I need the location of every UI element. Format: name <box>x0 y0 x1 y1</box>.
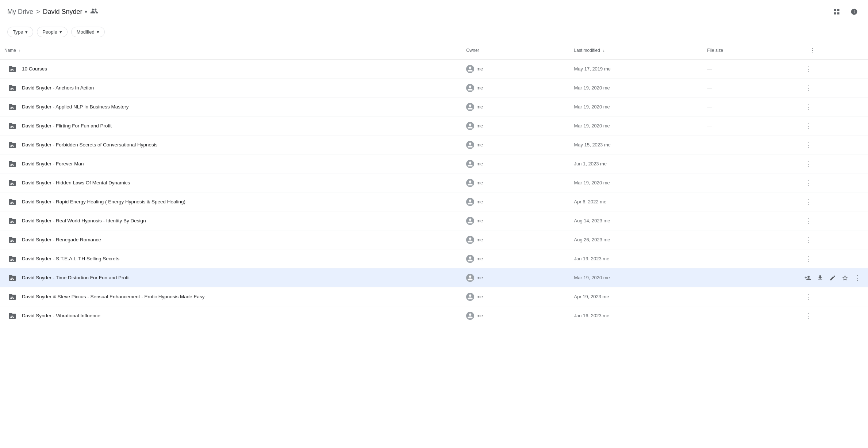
breadcrumb-separator: > <box>36 8 40 16</box>
actions-cell: ⋮ <box>802 135 868 154</box>
info-button[interactable] <box>848 5 861 18</box>
type-filter-button[interactable]: Type ▾ <box>7 27 33 37</box>
file-name-cell: David Snyder - Anchors In Action <box>0 79 462 97</box>
actions-cell: ⋮ <box>802 249 868 268</box>
row-more-button[interactable]: ⋮ <box>802 310 814 322</box>
table-row[interactable]: David Snyder - Forever Man me Jun 1, 202… <box>0 154 868 173</box>
table-row[interactable]: David Snyder - Applied NLP In Business M… <box>0 97 868 116</box>
row-more-button[interactable]: ⋮ <box>802 177 814 189</box>
grid-view-button[interactable] <box>830 5 843 18</box>
modified-cell: Jan 16, 2023 me <box>570 306 703 325</box>
owner-cell: me <box>462 306 569 325</box>
modified-filter-button[interactable]: Modified ▾ <box>71 27 105 37</box>
row-more-button[interactable]: ⋮ <box>802 215 814 227</box>
modified-filter-chevron: ▾ <box>97 29 99 35</box>
type-filter-chevron: ▾ <box>25 29 28 35</box>
row-more-button[interactable]: ⋮ <box>802 101 814 113</box>
actions-cell: ⋮ <box>802 97 868 116</box>
avatar <box>466 255 474 263</box>
owner-name: me <box>476 294 483 299</box>
file-name-cell: David Snyder & Steve Piccus - Sensual En… <box>0 287 462 306</box>
breadcrumb-current-folder[interactable]: David Snyder ▾ <box>43 8 87 16</box>
size-cell: — <box>703 173 802 192</box>
file-name-cell: 10 Courses <box>0 60 462 79</box>
avatar <box>466 198 474 206</box>
folder-icon <box>7 235 18 245</box>
download-button[interactable] <box>815 272 826 283</box>
table-row[interactable]: David Snyder - Time Distortion For Fun a… <box>0 268 868 287</box>
column-header-modified[interactable]: Last modified ↓ <box>570 42 703 60</box>
owner-cell: me <box>462 192 569 211</box>
file-name-label: David Snyder - Real World Hypnosis - Ide… <box>22 218 146 223</box>
star-button[interactable] <box>840 272 850 283</box>
row-more-button[interactable]: ⋮ <box>852 272 864 284</box>
table-row[interactable]: David Synder - Vibrational Influence me … <box>0 306 868 325</box>
size-cell: — <box>703 192 802 211</box>
table-row[interactable]: David Snyder - Real World Hypnosis - Ide… <box>0 211 868 230</box>
table-row[interactable]: 10 Courses me May 17, 2019 me—⋮ <box>0 60 868 79</box>
file-name-cell: David Snyder - Real World Hypnosis - Ide… <box>0 211 462 230</box>
table-row[interactable]: David Snyder - Renegade Romance me Aug 2… <box>0 230 868 249</box>
actions-cell: ⋮ <box>802 192 868 211</box>
owner-name: me <box>476 237 483 242</box>
actions-cell: ⋮ <box>802 154 868 173</box>
actions-cell: ⋮ <box>802 268 868 287</box>
people-filter-button[interactable]: People ▾ <box>37 27 67 37</box>
file-name-label: David Snyder - Applied NLP In Business M… <box>22 104 128 110</box>
column-header-name[interactable]: Name ↑ <box>0 42 462 60</box>
owner-cell: me <box>462 60 569 79</box>
table-row[interactable]: David Snyder - Rapid Energy Healing ( En… <box>0 192 868 211</box>
modified-sort-icon: ↓ <box>603 48 605 53</box>
size-cell: — <box>703 154 802 173</box>
avatar <box>466 84 474 92</box>
actions-cell: ⋮ <box>802 306 868 325</box>
modified-cell: Mar 19, 2020 me <box>570 173 703 192</box>
modified-cell: Aug 26, 2023 me <box>570 230 703 249</box>
table-row[interactable]: David Snyder - Forbidden Secrets of Conv… <box>0 135 868 154</box>
owner-cell: me <box>462 116 569 135</box>
chevron-down-icon: ▾ <box>85 9 87 15</box>
row-more-button[interactable]: ⋮ <box>802 196 814 208</box>
row-more-button[interactable]: ⋮ <box>802 139 814 151</box>
row-more-button[interactable]: ⋮ <box>802 82 814 94</box>
folder-icon <box>7 254 18 264</box>
folder-icon <box>7 273 18 283</box>
row-more-button[interactable]: ⋮ <box>802 158 814 170</box>
row-more-button[interactable]: ⋮ <box>802 291 814 303</box>
file-name-label: David Snyder - Hidden Laws Of Mental Dyn… <box>22 180 130 185</box>
modified-cell: May 17, 2019 me <box>570 60 703 79</box>
table-row[interactable]: David Snyder - Hidden Laws Of Mental Dyn… <box>0 173 868 192</box>
size-cell: — <box>703 287 802 306</box>
folder-icon <box>7 178 18 188</box>
rename-button[interactable] <box>827 272 838 283</box>
folder-icon <box>7 311 18 321</box>
size-cell: — <box>703 306 802 325</box>
avatar <box>466 103 474 111</box>
owner-cell: me <box>462 211 569 230</box>
actions-cell: ⋮ <box>802 230 868 249</box>
folder-icon <box>7 197 18 207</box>
column-header-owner[interactable]: Owner <box>462 42 569 60</box>
column-more-button[interactable]: ⋮ <box>807 45 818 56</box>
row-more-button[interactable]: ⋮ <box>802 63 814 75</box>
actions-cell: ⋮ <box>802 173 868 192</box>
table-header-row: Name ↑ Owner Last modified ↓ File size ⋮ <box>0 42 868 60</box>
table-row[interactable]: David Snyder & Steve Piccus - Sensual En… <box>0 287 868 306</box>
owner-cell: me <box>462 230 569 249</box>
modified-cell: Jun 1, 2023 me <box>570 154 703 173</box>
table-row[interactable]: David Snyder - Flirting For Fun and Prof… <box>0 116 868 135</box>
table-row[interactable]: David Snyder - Anchors In Action me Mar … <box>0 79 868 97</box>
share-people-icon[interactable] <box>90 7 98 17</box>
row-more-button[interactable]: ⋮ <box>802 120 814 132</box>
file-name-cell: David Snyder - Applied NLP In Business M… <box>0 97 462 116</box>
table-row[interactable]: David Snyder - S.T.E.A.L.T.H Selling Sec… <box>0 249 868 268</box>
row-more-button[interactable]: ⋮ <box>802 253 814 265</box>
owner-name: me <box>476 199 483 204</box>
owner-cell: me <box>462 154 569 173</box>
add-person-button[interactable] <box>802 272 813 283</box>
row-more-button[interactable]: ⋮ <box>802 234 814 246</box>
breadcrumb-my-drive[interactable]: My Drive <box>7 8 33 16</box>
folder-icon <box>7 140 18 150</box>
type-filter-label: Type <box>13 29 23 35</box>
modified-cell: Mar 19, 2020 me <box>570 97 703 116</box>
